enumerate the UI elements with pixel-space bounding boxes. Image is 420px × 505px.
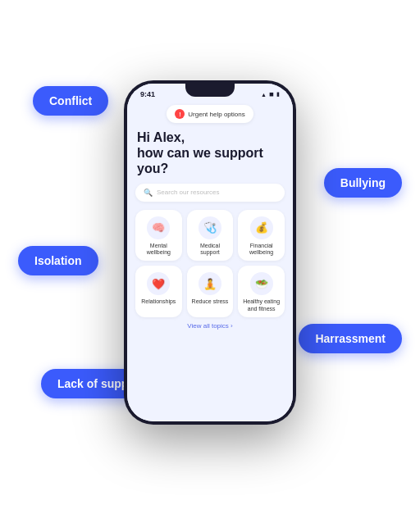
search-placeholder: Search our resources <box>157 189 219 196</box>
stress-label: Reduce stress <box>192 298 229 305</box>
topic-card-financial[interactable]: 💰 Financial wellbeing <box>238 210 285 262</box>
topic-card-fitness[interactable]: 🥗 Healthy eating and fitness <box>238 266 285 317</box>
search-bar[interactable]: 🔍 Search our resources <box>135 184 285 202</box>
fitness-icon: 🥗 <box>250 272 273 295</box>
chevron-icon: › <box>231 322 233 330</box>
stress-icon: 🧘 <box>199 272 221 295</box>
topic-card-stress[interactable]: 🧘 Reduce stress <box>187 266 234 317</box>
financial-icon: 💰 <box>250 216 273 239</box>
view-all-link[interactable]: View all topics › <box>135 322 285 330</box>
topic-card-relationships[interactable]: ❤️ Relationships <box>135 266 182 317</box>
status-time: 9:41 <box>140 90 155 98</box>
mental-icon: 🧠 <box>147 216 170 239</box>
isolation-label[interactable]: Isolation <box>18 246 98 275</box>
notch <box>185 84 235 97</box>
app-content: ! Urgent help options Hi Alex, how can w… <box>127 102 293 421</box>
greeting: Hi Alex, how can we support you? <box>135 130 285 184</box>
topic-grid: 🧠 Mental wellbeing 🩺 Medical support 💰 F… <box>135 210 285 318</box>
fitness-label: Healthy eating and fitness <box>241 298 281 312</box>
urgent-text: Urgent help options <box>188 111 244 118</box>
greeting-line1: Hi Alex, <box>137 130 283 145</box>
mental-label: Mental wellbeing <box>139 243 179 257</box>
status-icons: ▲◼▮ <box>261 91 280 98</box>
topic-card-medical[interactable]: 🩺 Medical support <box>187 210 234 262</box>
financial-label: Financial wellbeing <box>241 243 281 257</box>
relationships-icon: ❤️ <box>147 272 170 295</box>
urgent-bar[interactable]: ! Urgent help options <box>167 105 253 123</box>
medical-icon: 🩺 <box>199 216 221 239</box>
medical-label: Medical support <box>190 243 231 257</box>
topic-card-mental[interactable]: 🧠 Mental wellbeing <box>135 210 182 262</box>
phone-frame: 9:41 ▲◼▮ ! Urgent help options Hi Alex, … <box>124 80 296 425</box>
relationships-label: Relationships <box>141 298 176 305</box>
bullying-label[interactable]: Bullying <box>324 168 402 198</box>
scene: Conflict Bullying Isolation Harrassment … <box>0 0 420 505</box>
view-all-text: View all topics <box>187 322 229 330</box>
search-icon: 🔍 <box>144 189 153 197</box>
phone-inner: 9:41 ▲◼▮ ! Urgent help options Hi Alex, … <box>127 84 293 421</box>
urgent-icon: ! <box>175 109 185 119</box>
conflict-label[interactable]: Conflict <box>33 86 108 116</box>
greeting-line2: how can we support you? <box>137 145 283 176</box>
harrassment-label[interactable]: Harrassment <box>299 324 402 353</box>
